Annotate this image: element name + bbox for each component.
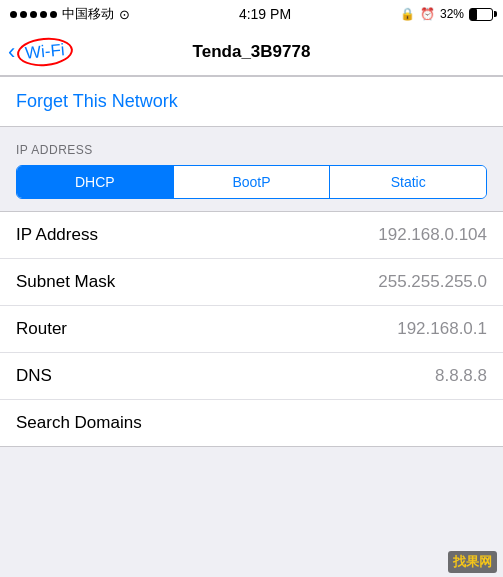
ip-section-header: IP ADDRESS — [0, 127, 503, 165]
status-right: 🔒 ⏰ 32% — [400, 7, 493, 21]
nav-bar: ‹ Wi-Fi Tenda_3B9778 — [0, 28, 503, 76]
ip-address-label: IP Address — [16, 225, 98, 245]
lock-icon: 🔒 — [400, 7, 415, 21]
carrier-label: 中国移动 — [62, 5, 114, 23]
back-button[interactable]: ‹ Wi-Fi — [8, 38, 73, 66]
dns-row: DNS 8.8.8.8 — [0, 353, 503, 400]
subnet-mask-row: Subnet Mask 255.255.255.0 — [0, 259, 503, 306]
content-area: Forget This Network IP ADDRESS DHCP Boot… — [0, 76, 503, 447]
battery-percent: 32% — [440, 7, 464, 21]
status-bar: 中国移动 ⊙ 4:19 PM 🔒 ⏰ 32% — [0, 0, 503, 28]
alarm-icon: ⏰ — [420, 7, 435, 21]
dns-label: DNS — [16, 366, 52, 386]
wifi-back-label[interactable]: Wi-Fi — [16, 35, 74, 68]
forget-link[interactable]: Forget This Network — [16, 91, 178, 111]
nav-title: Tenda_3B9778 — [193, 42, 311, 62]
status-left: 中国移动 ⊙ — [10, 5, 130, 23]
battery-indicator — [469, 8, 493, 21]
info-section: IP Address 192.168.0.104 Subnet Mask 255… — [0, 211, 503, 447]
ip-address-row: IP Address 192.168.0.104 — [0, 212, 503, 259]
search-domains-label: Search Domains — [16, 413, 142, 433]
back-chevron-icon: ‹ — [8, 41, 15, 63]
tab-dhcp[interactable]: DHCP — [17, 166, 174, 198]
router-value: 192.168.0.1 — [397, 319, 487, 339]
tab-static[interactable]: Static — [330, 166, 486, 198]
search-domains-row: Search Domains — [0, 400, 503, 446]
back-label: Wi-Fi — [25, 40, 66, 63]
forget-section: Forget This Network — [0, 76, 503, 127]
watermark: 找果网 — [448, 551, 497, 573]
tab-bootp[interactable]: BootP — [174, 166, 331, 198]
wifi-icon: ⊙ — [119, 7, 130, 22]
subnet-mask-value: 255.255.255.0 — [378, 272, 487, 292]
ip-address-value: 192.168.0.104 — [378, 225, 487, 245]
router-label: Router — [16, 319, 67, 339]
segmented-control: DHCP BootP Static — [16, 165, 487, 199]
dns-value: 8.8.8.8 — [435, 366, 487, 386]
subnet-mask-label: Subnet Mask — [16, 272, 115, 292]
status-time: 4:19 PM — [239, 6, 291, 22]
router-row: Router 192.168.0.1 — [0, 306, 503, 353]
signal-dots — [10, 11, 57, 18]
